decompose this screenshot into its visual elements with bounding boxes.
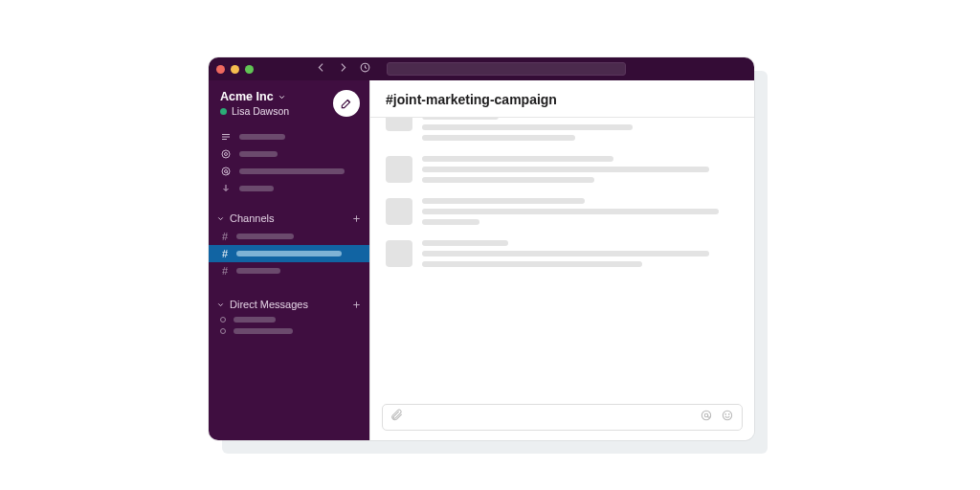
- placeholder-bar: [422, 156, 613, 162]
- emoji-icon: [721, 409, 734, 422]
- placeholder-bar: [422, 135, 575, 141]
- svg-point-5: [225, 153, 228, 156]
- workspace-header[interactable]: Acme Inc Lisa Dawson: [209, 80, 369, 124]
- quicklink-mentions[interactable]: [209, 145, 369, 163]
- message-item: [386, 198, 739, 225]
- channel-item-active[interactable]: #: [209, 245, 369, 262]
- speech-icon: [220, 148, 232, 160]
- svg-point-16: [725, 413, 726, 414]
- presence-dot-icon: [220, 328, 226, 334]
- placeholder-bar: [236, 234, 294, 239]
- emoji-button[interactable]: [721, 409, 734, 426]
- quick-links: [209, 124, 369, 207]
- placeholder-bar: [236, 268, 280, 274]
- placeholder-bar: [422, 209, 719, 214]
- placeholder-bar: [422, 167, 709, 172]
- sidebar: Acme Inc Lisa Dawson: [209, 80, 369, 440]
- avatar: [386, 118, 412, 131]
- placeholder-bar: [422, 240, 508, 246]
- download-icon: [220, 183, 232, 194]
- placeholder-bar: [422, 118, 499, 120]
- presence-dot-icon: [220, 317, 226, 323]
- main-panel: #joint-marketing-campaign: [369, 80, 754, 440]
- placeholder-bar: [234, 328, 293, 334]
- add-dm-button[interactable]: [351, 300, 362, 310]
- svg-point-17: [728, 413, 729, 414]
- placeholder-bar: [234, 317, 276, 323]
- workspace-name: Acme Inc: [220, 90, 274, 103]
- placeholder-bar: [239, 186, 274, 191]
- placeholder-bar: [422, 177, 594, 183]
- forward-button[interactable]: [337, 60, 349, 78]
- svg-point-14: [704, 413, 708, 417]
- placeholder-bar: [239, 134, 285, 140]
- quicklink-more[interactable]: [209, 180, 369, 197]
- history-nav: [315, 60, 371, 78]
- hash-icon: #: [220, 265, 230, 277]
- at-icon: [700, 409, 713, 422]
- zoom-window-button[interactable]: [245, 65, 254, 74]
- message-list: [370, 118, 754, 398]
- window-titlebar: [209, 57, 754, 80]
- dm-item[interactable]: [209, 314, 369, 325]
- window-controls: [216, 65, 254, 74]
- message-item: [386, 118, 739, 141]
- placeholder-bar: [239, 168, 345, 174]
- caret-down-icon: [216, 214, 225, 223]
- mention-button[interactable]: [700, 409, 713, 426]
- close-window-button[interactable]: [216, 65, 225, 74]
- global-search-input[interactable]: [387, 62, 626, 76]
- channel-title[interactable]: #joint-marketing-campaign: [370, 80, 754, 118]
- avatar: [386, 240, 412, 267]
- channel-item[interactable]: #: [209, 228, 369, 245]
- app-window: Acme Inc Lisa Dawson: [209, 57, 754, 440]
- svg-point-13: [702, 411, 710, 419]
- placeholder-bar: [422, 219, 479, 225]
- add-channel-button[interactable]: [351, 213, 362, 224]
- quicklink-threads[interactable]: [209, 128, 369, 145]
- attach-button[interactable]: [390, 409, 404, 426]
- minimize-window-button[interactable]: [231, 65, 239, 74]
- compose-icon: [340, 97, 353, 110]
- back-button[interactable]: [315, 60, 327, 78]
- message-item: [386, 240, 739, 267]
- dms-section-header[interactable]: Direct Messages: [209, 293, 369, 314]
- placeholder-bar: [422, 124, 633, 130]
- placeholder-bar: [236, 251, 342, 256]
- channels-label: Channels: [230, 212, 274, 224]
- channels-section-header[interactable]: Channels: [209, 207, 369, 228]
- message-composer[interactable]: [382, 404, 743, 431]
- quicklink-at[interactable]: [209, 163, 369, 180]
- paperclip-icon: [390, 409, 404, 422]
- avatar: [386, 156, 412, 183]
- hash-icon: #: [220, 248, 230, 259]
- placeholder-bar: [239, 151, 278, 157]
- message-item: [386, 156, 739, 183]
- presence-indicator: [220, 108, 227, 115]
- svg-point-4: [222, 150, 230, 158]
- channel-item[interactable]: #: [209, 262, 369, 279]
- history-button[interactable]: [359, 60, 371, 78]
- placeholder-bar: [422, 261, 642, 267]
- compose-button[interactable]: [333, 90, 360, 117]
- caret-down-icon: [216, 301, 225, 309]
- dm-item[interactable]: [209, 325, 369, 337]
- at-icon: [220, 166, 232, 177]
- threads-icon: [220, 131, 232, 143]
- dms-label: Direct Messages: [230, 299, 308, 310]
- current-user-name: Lisa Dawson: [232, 105, 289, 117]
- avatar: [386, 198, 412, 225]
- svg-point-15: [723, 411, 731, 419]
- placeholder-bar: [422, 251, 709, 256]
- chevron-down-icon: [278, 93, 286, 101]
- hash-icon: #: [220, 231, 230, 242]
- placeholder-bar: [422, 198, 585, 204]
